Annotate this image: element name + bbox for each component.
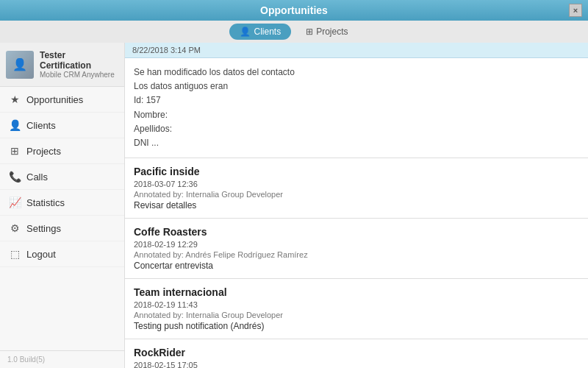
title-bar: Opportunities × [0,0,588,21]
app-title: Opportunities [260,4,328,16]
entry-date: 2018-03-07 12:36 [134,180,579,188]
gear-icon: ⚙ [9,222,21,234]
entry-annotated: Annotated by: Andrés Felipe Rodríguez Ra… [134,250,579,259]
phone-icon: 📞 [9,171,21,183]
first-entry-line-3: Nombre: [134,108,579,122]
first-entry-line-0: Se han modificado los datos del contacto [134,66,579,79]
avatar-image: 👤 [6,51,34,79]
first-entry: Se han modificado los datos del contacto… [125,58,588,158]
entry-action: Concertar entrevista [134,261,579,271]
close-button[interactable]: × [569,4,582,17]
entry-action: Revisar detalles [134,200,579,210]
entry-annotated: Annotated by: Internalia Group Developer [134,311,579,319]
first-entry-line-5: DNI ... [134,136,579,150]
entry-team-internacional: Team internacional 2018-02-19 11:43 Anno… [125,279,588,339]
tab-bar: 👤 Clients ⊞ Projects [0,21,588,43]
entry-date: 2018-02-19 11:43 [134,300,579,309]
tab-clients[interactable]: 👤 Clients [229,24,291,40]
entry-date: 2018-02-15 17:05 [134,361,579,368]
sidebar: 👤 Tester Certification Mobile CRM Anywhe… [0,43,125,368]
projects-icon: ⊞ [9,145,21,157]
first-entry-line-2: Id: 157 [134,93,579,107]
clients-icon: 👤 [240,26,251,37]
sidebar-item-projects[interactable]: ⊞ Projects [0,138,124,164]
profile-sub: Mobile CRM Anywhere [40,71,118,79]
main-layout: 👤 Tester Certification Mobile CRM Anywhe… [0,43,588,368]
sidebar-item-settings[interactable]: ⚙ Settings [0,216,124,241]
entry-coffe-roasters: Coffe Roasters 2018-02-19 12:29 Annotate… [125,219,588,279]
date-header: 8/22/2018 3:14 PM [125,43,588,58]
entry-title: Coffe Roasters [134,226,579,238]
content-area[interactable]: 8/22/2018 3:14 PM Se han modificado los … [125,43,588,368]
entry-annotated: Annotated by: Internalia Group Developer [134,190,579,199]
logout-icon: ⬚ [9,248,21,260]
entry-title: Team internacional [134,286,579,298]
sidebar-item-statistics[interactable]: 📈 Statistics [0,190,124,216]
entry-rockrider: RockRider 2018-02-15 17:05 Annotated by:… [125,339,588,368]
profile-name: Tester Certification [40,50,118,71]
entry-title: RockRider [134,347,579,358]
entry-action: Testing push notification (Andrés) [134,321,579,331]
entry-pacific-inside: Pacific inside 2018-03-07 12:36 Annotate… [125,158,588,219]
grid-icon: ⊞ [306,26,313,37]
sidebar-item-logout[interactable]: ⬚ Logout [0,241,124,267]
sidebar-footer: 1.0 Build(5) [0,350,124,368]
clients-nav-icon: 👤 [9,119,21,131]
first-entry-line-1: Los datos antiguos eran [134,79,579,93]
star-icon: ★ [9,93,21,105]
avatar: 👤 [6,51,34,79]
entry-date: 2018-02-19 12:29 [134,240,579,249]
entry-title: Pacific inside [134,166,579,177]
first-entry-line-4: Apellidos: [134,122,579,136]
sidebar-item-opportunities[interactable]: ★ Opportunities [0,87,124,113]
profile-info: Tester Certification Mobile CRM Anywhere [40,50,118,79]
chart-icon: 📈 [9,197,21,208]
sidebar-item-calls[interactable]: 📞 Calls [0,164,124,190]
profile-section: 👤 Tester Certification Mobile CRM Anywhe… [0,43,124,87]
tab-projects[interactable]: ⊞ Projects [295,24,358,40]
sidebar-item-clients[interactable]: 👤 Clients [0,113,124,138]
